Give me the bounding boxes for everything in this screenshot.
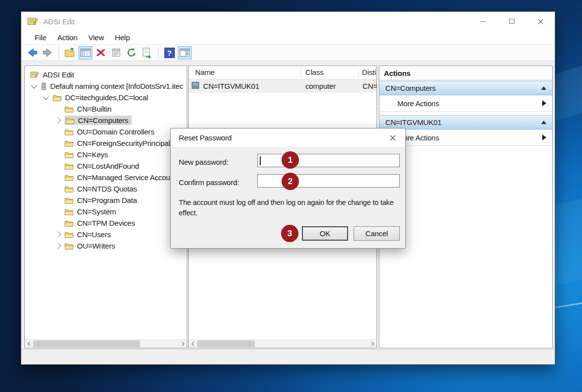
console-tree: ADSI Edit Default naming context [InfoDo… — [25, 69, 187, 339]
folder-icon — [65, 231, 73, 238]
annotation-badge-3: 3 — [281, 225, 298, 242]
export-list-button[interactable] — [140, 46, 154, 60]
folder-icon — [65, 243, 73, 250]
folder-icon — [66, 117, 74, 124]
folder-icon — [65, 197, 73, 204]
toolbar: ? — [21, 45, 555, 61]
back-button[interactable] — [25, 46, 39, 60]
tree-item-dc-itechguides[interactable]: DC=itechguides,DC=local — [25, 92, 187, 103]
tree-item-ou-domain-controllers[interactable]: OU=Domain Controllers — [25, 126, 187, 137]
collapse-icon[interactable] — [541, 121, 546, 124]
adsi-edit-icon — [30, 71, 39, 78]
column-header-class[interactable]: Class — [305, 68, 324, 76]
scroll-right-arrow[interactable] — [368, 340, 376, 348]
tree-item-cn-managed-service-accounts[interactable]: CN=Managed Service Accoun — [25, 172, 187, 183]
help-icon: ? — [164, 48, 175, 58]
annotation-badge-2: 2 — [282, 173, 299, 190]
tree-horizontal-scrollbar[interactable] — [25, 339, 187, 348]
column-header-name[interactable]: Name — [195, 68, 215, 76]
tree-item-cn-foreignsecurityprincipals[interactable]: CN=ForeignSecurityPrincipals — [25, 137, 187, 149]
folder-icon — [65, 163, 73, 170]
toolbar-separator — [59, 47, 59, 58]
chevron-right-icon[interactable] — [55, 117, 61, 124]
tree-item-cn-keys[interactable]: CN=Keys — [25, 149, 187, 160]
chevron-right-icon[interactable] — [55, 243, 61, 249]
folder-icon — [65, 106, 73, 113]
folder-icon — [65, 140, 73, 147]
properties-button[interactable] — [109, 46, 123, 60]
folder-icon — [65, 151, 73, 158]
tree-item-cn-system[interactable]: CN=System — [25, 206, 187, 217]
tree-item-cn-computers[interactable]: CN=Computers — [25, 115, 187, 126]
status-bar — [21, 349, 555, 364]
actions-group-cn-computers[interactable]: CN=Computers — [379, 81, 552, 95]
dialog-close-button[interactable] — [387, 132, 398, 143]
tree-item-cn-tpm-devices[interactable]: CN=TPM Devices — [25, 217, 187, 229]
column-header-distinguished-name[interactable]: Disti — [362, 68, 376, 76]
list-header: Name Class Disti — [189, 66, 376, 79]
maximize-button[interactable] — [504, 14, 519, 28]
tree-item-cn-program-data[interactable]: CN=Program Data — [25, 195, 187, 206]
show-console-tree-button[interactable] — [78, 46, 92, 60]
menu-view[interactable]: View — [83, 33, 109, 42]
chevron-down-icon[interactable] — [43, 94, 49, 100]
scrollbar-thumb[interactable] — [197, 340, 255, 347]
show-action-pane-button[interactable] — [178, 46, 192, 60]
minimize-icon — [480, 21, 486, 22]
collapse-icon[interactable] — [541, 86, 546, 90]
tree-item-adsi-edit[interactable]: ADSI Edit — [25, 69, 187, 80]
actions-pane-title: Actions — [379, 66, 552, 80]
menu-bar: File Action View Help — [21, 31, 555, 45]
server-icon — [41, 82, 47, 90]
actions-group-cn-itgvmuk01[interactable]: CN=ITGVMUK01 — [379, 115, 552, 130]
refresh-button[interactable] — [125, 46, 139, 60]
menu-file[interactable]: File — [29, 33, 52, 42]
tree-item-cn-builtin[interactable]: CN=Builtin — [25, 103, 187, 115]
delete-button[interactable] — [94, 46, 108, 60]
ok-button[interactable]: OK — [302, 226, 348, 241]
tree-item-ou-writers[interactable]: OU=Writers — [25, 240, 187, 252]
tree-item-cn-users[interactable]: CN=Users — [25, 229, 187, 240]
tree-item-default-naming-context[interactable]: Default naming context [InfoDotsSrv1.ite… — [25, 80, 187, 92]
title-bar: ADSI Edit — [21, 12, 555, 31]
refresh-icon — [126, 47, 138, 59]
scroll-left-arrow[interactable] — [25, 340, 33, 348]
selected-tree-item-highlight: CN=Computers — [65, 116, 132, 125]
list-horizontal-scrollbar[interactable] — [189, 339, 376, 348]
folder-icon — [65, 220, 73, 227]
tree-item-cn-ntds-quotas[interactable]: CN=NTDS Quotas — [25, 183, 187, 195]
scroll-left-arrow[interactable] — [189, 340, 197, 348]
forward-button[interactable] — [41, 46, 55, 60]
help-button[interactable]: ? — [162, 46, 176, 60]
minimize-button[interactable] — [475, 14, 490, 28]
more-actions-cn-computers[interactable]: More Actions — [379, 95, 552, 112]
close-icon — [389, 134, 396, 141]
menu-help[interactable]: Help — [109, 33, 135, 42]
menu-action[interactable]: Action — [52, 33, 83, 42]
annotation-badge-1: 1 — [282, 151, 299, 169]
list-row-cn-itgvmuk01[interactable]: CN=ITGVMUK01 computer CN= — [189, 79, 376, 93]
new-password-input[interactable] — [257, 154, 400, 167]
tree-item-cn-lostandfound[interactable]: CN=LostAndFound — [25, 160, 187, 172]
action-pane-icon — [179, 47, 191, 58]
scroll-right-arrow[interactable] — [178, 340, 187, 348]
new-password-label: New password: — [179, 158, 228, 166]
folder-icon — [53, 94, 62, 101]
close-icon — [537, 18, 544, 25]
logoff-note: The account must log off and then log on… — [179, 197, 403, 218]
scrollbar-thumb[interactable] — [33, 340, 140, 347]
chevron-down-icon[interactable] — [31, 82, 37, 89]
close-button[interactable] — [533, 14, 548, 28]
dialog-title-bar: Reset Password — [171, 129, 405, 147]
adsi-edit-app-icon — [27, 17, 38, 26]
cancel-button[interactable]: Cancel — [354, 226, 400, 241]
toolbar-separator — [158, 47, 158, 58]
up-one-level-button[interactable] — [63, 46, 77, 60]
up-folder-icon — [64, 47, 76, 59]
confirm-password-input[interactable] — [257, 174, 400, 188]
window-title: ADSI Edit — [43, 17, 475, 26]
dialog-title: Reset Password — [179, 133, 387, 142]
chevron-right-icon[interactable] — [55, 231, 61, 238]
back-icon — [26, 47, 38, 58]
folder-icon — [65, 129, 73, 135]
